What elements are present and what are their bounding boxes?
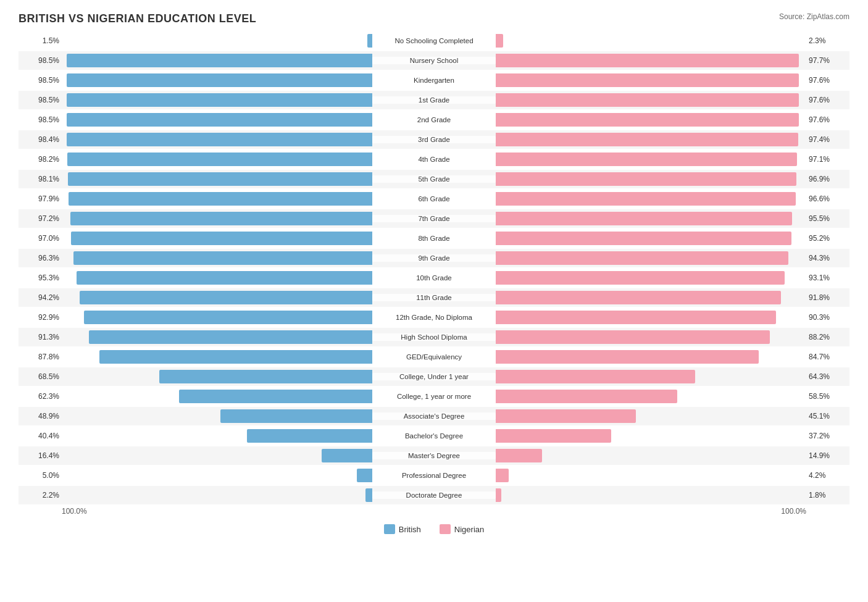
bar-row: 2.2% Doctorate Degree 1.8%	[19, 486, 849, 504]
bar-row: 97.0% 8th Grade 95.2%	[19, 229, 849, 248]
left-bar-wrap	[62, 73, 372, 87]
right-pct-label: 97.4%	[806, 135, 849, 144]
left-bar	[179, 390, 372, 403]
right-bar-wrap	[496, 192, 806, 206]
bar-row: 96.3% 9th Grade 94.3%	[19, 249, 849, 267]
center-label: 3rd Grade	[372, 136, 496, 143]
left-bar	[99, 350, 372, 364]
left-bar-wrap	[62, 93, 372, 107]
left-bar-wrap	[62, 488, 372, 502]
right-pct-label: 96.9%	[806, 175, 849, 183]
bar-row: 98.5% Nursery School 97.7%	[19, 51, 849, 70]
right-bar-wrap	[496, 153, 806, 166]
right-bar-wrap	[496, 311, 806, 324]
left-bar-wrap	[62, 232, 372, 245]
left-pct-label: 87.8%	[19, 353, 62, 361]
legend-box-british	[384, 524, 395, 534]
center-label: Associate's Degree	[372, 412, 496, 420]
right-bar-wrap	[496, 113, 806, 127]
left-bar	[365, 488, 372, 502]
right-bar-wrap	[496, 133, 806, 146]
bar-row: 68.5% College, Under 1 year 64.3%	[19, 367, 849, 386]
center-label: High School Diploma	[372, 333, 496, 341]
left-pct-label: 95.3%	[19, 274, 62, 282]
left-pct-label: 16.4%	[19, 451, 62, 460]
left-pct-label: 97.0%	[19, 234, 62, 243]
left-bar	[247, 429, 372, 443]
right-bar-wrap	[496, 291, 806, 304]
bar-row: 97.2% 7th Grade 95.5%	[19, 209, 849, 228]
center-label: GED/Equivalency	[372, 353, 496, 361]
left-bar	[67, 153, 372, 166]
right-pct-label: 64.3%	[806, 372, 849, 381]
right-pct-label: 14.9%	[806, 451, 849, 460]
left-bar	[67, 133, 372, 146]
center-label: 8th Grade	[372, 235, 496, 242]
right-pct-label: 88.2%	[806, 333, 849, 341]
right-pct-label: 1.8%	[806, 491, 849, 500]
right-bar	[496, 113, 799, 127]
left-pct-label: 40.4%	[19, 432, 62, 440]
right-bar	[496, 271, 785, 285]
right-bar	[496, 54, 799, 67]
left-bar-wrap	[62, 153, 372, 166]
right-pct-label: 97.6%	[806, 115, 849, 124]
left-bar	[68, 172, 372, 186]
right-bar-wrap	[496, 93, 806, 107]
left-pct-label: 98.5%	[19, 115, 62, 124]
left-pct-label: 1.5%	[19, 36, 62, 45]
left-pct-label: 62.3%	[19, 392, 62, 401]
right-bar-wrap	[496, 232, 806, 245]
legend-item-nigerian: Nigerian	[440, 524, 484, 534]
left-bar	[322, 449, 372, 462]
right-bar	[496, 311, 776, 324]
bar-row: 1.5% No Schooling Completed 2.3%	[19, 31, 849, 50]
right-pct-label: 2.3%	[806, 36, 849, 45]
bottom-left-label: 100.0%	[62, 507, 87, 516]
source-text: Source: ZipAtlas.com	[779, 12, 849, 21]
left-bar	[67, 93, 372, 107]
left-bar	[80, 291, 372, 304]
right-bar	[496, 192, 796, 206]
left-bar	[70, 212, 372, 225]
right-pct-label: 95.2%	[806, 234, 849, 243]
center-label: 5th Grade	[372, 175, 496, 183]
left-pct-label: 98.1%	[19, 175, 62, 183]
center-label: 7th Grade	[372, 215, 496, 222]
center-label: No Schooling Completed	[372, 37, 496, 44]
right-bar	[496, 172, 796, 186]
left-bar-wrap	[62, 251, 372, 265]
bar-row: 91.3% High School Diploma 88.2%	[19, 328, 849, 346]
bars-area: 1.5% No Schooling Completed 2.3% 98.5% N…	[19, 31, 849, 504]
right-pct-label: 90.3%	[806, 313, 849, 322]
right-bar-wrap	[496, 370, 806, 383]
left-pct-label: 68.5%	[19, 372, 62, 381]
left-bar-wrap	[62, 311, 372, 324]
left-pct-label: 98.2%	[19, 155, 62, 164]
center-label: Professional Degree	[372, 472, 496, 479]
left-bar	[84, 311, 372, 324]
legend-label-nigerian: Nigerian	[454, 525, 484, 534]
bar-row: 92.9% 12th Grade, No Diploma 90.3%	[19, 308, 849, 327]
legend: British Nigerian	[19, 524, 849, 534]
right-bar-wrap	[496, 330, 806, 344]
left-bar-wrap	[62, 291, 372, 304]
right-pct-label: 84.7%	[806, 353, 849, 361]
left-bar-wrap	[62, 113, 372, 127]
left-bar-wrap	[62, 350, 372, 364]
left-bar-wrap	[62, 429, 372, 443]
right-bar	[496, 469, 509, 482]
left-bar-wrap	[62, 212, 372, 225]
right-pct-label: 97.6%	[806, 96, 849, 104]
left-bar	[220, 409, 372, 423]
left-bar	[89, 330, 372, 344]
right-bar-wrap	[496, 271, 806, 285]
bar-row: 94.2% 11th Grade 91.8%	[19, 288, 849, 307]
left-pct-label: 97.9%	[19, 194, 62, 203]
left-pct-label: 98.5%	[19, 76, 62, 85]
left-pct-label: 48.9%	[19, 412, 62, 420]
left-pct-label: 98.4%	[19, 135, 62, 144]
right-pct-label: 37.2%	[806, 432, 849, 440]
center-label: 4th Grade	[372, 156, 496, 163]
right-pct-label: 91.8%	[806, 293, 849, 302]
